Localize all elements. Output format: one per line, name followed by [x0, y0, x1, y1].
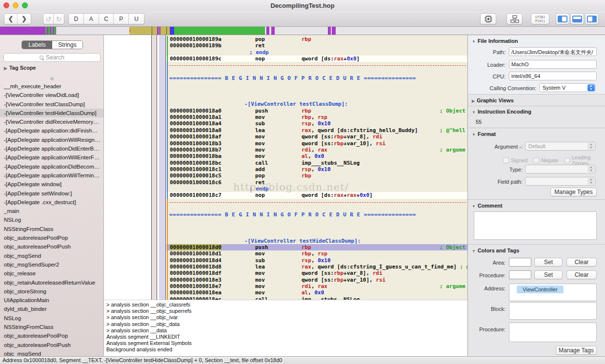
symbol-item[interactable]: UIApplicationMain: [0, 296, 103, 305]
procedure-banner-row[interactable]: =============== B E G I N N I N G O F P …: [166, 75, 467, 81]
blank-row[interactable]: [166, 88, 467, 95]
back-button[interactable]: ❮: [4, 14, 18, 24]
tag-scope-disclosure[interactable]: ▶Tag Scope: [4, 65, 36, 71]
asm-row[interactable]: 00000001000018c7nopqword [ds:rax+rax+0x0…: [166, 192, 467, 198]
viewcontroller-tag[interactable]: ViewController: [517, 286, 564, 293]
minimap-segment[interactable]: [174, 27, 265, 35]
asm-row[interactable]: 00000001000018d1movrbp, rsp: [166, 250, 467, 257]
cpu-field[interactable]: intel/x86_64: [509, 72, 597, 80]
search-input[interactable]: Search: [3, 53, 101, 62]
symbol-item[interactable]: objc_storeStrong: [0, 287, 103, 296]
symbol-item[interactable]: objc_autoreleasePoolPop: [0, 233, 103, 242]
tab-labels[interactable]: Labels: [22, 41, 52, 49]
procedure-clear-button[interactable]: Clear: [566, 270, 597, 279]
minimap-segment[interactable]: [266, 27, 269, 35]
symbol-item[interactable]: __mh_execute_header: [0, 82, 103, 91]
symbol-item[interactable]: -[ViewController testClassDump]: [0, 100, 103, 109]
pseudocode-button[interactable]: if(b) f(x);: [531, 13, 549, 24]
symbol-item[interactable]: -[AppDelegate application:didFinish…: [0, 126, 103, 135]
asm-row[interactable]: 000000010000189cnopqword [ds:rax+0x0]: [166, 56, 467, 62]
asm-row[interactable]: 00000001000018c1addrsp, 0x10: [166, 166, 467, 172]
symbol-item[interactable]: NSStringFromClass: [0, 225, 103, 233]
segment-button-d[interactable]: D: [69, 14, 84, 24]
splitter-knob[interactable]: [50, 77, 54, 80]
procedure-separator-row[interactable]: [166, 199, 467, 205]
undo-button[interactable]: ↺: [43, 14, 54, 24]
segment-button-p[interactable]: P: [114, 14, 129, 24]
procedure-separator-row[interactable]: [166, 62, 467, 68]
tab-strings[interactable]: Strings: [52, 41, 82, 49]
manage-tags-button[interactable]: Manage Tags: [556, 346, 597, 355]
asm-row[interactable]: 00000001000018d0pushrbp; Object: [166, 244, 467, 250]
asm-row[interactable]: 00000001000018a1movrbp, rsp: [166, 114, 467, 120]
procedure-banner-row[interactable]: =============== B E G I N N I N G O F P …: [166, 211, 467, 218]
symbol-item[interactable]: dyld_stub_binder: [0, 305, 103, 313]
blank-row[interactable]: [166, 231, 467, 237]
asm-row[interactable]: 00000001000018a8learax, qword [ds:cfstri…: [166, 127, 467, 134]
segment-button-u[interactable]: U: [129, 14, 144, 24]
symbol-item[interactable]: -[ViewController viewDidLoad]: [0, 91, 103, 99]
comment-header[interactable]: ▼Comment: [472, 203, 503, 209]
asm-row[interactable]: 00000001000018c5poprbp: [166, 172, 467, 179]
symbol-item[interactable]: objc_autoreleasePoolPush: [0, 341, 103, 349]
graphic-views-header[interactable]: ▶Graphic Views: [472, 97, 514, 103]
asm-row[interactable]: 00000001000018d8learax, qword [ds:cfstri…: [166, 264, 467, 270]
symbol-item[interactable]: -[AppDelegate applicationWillResign…: [0, 135, 103, 144]
segment-minimap[interactable]: ↓: [0, 27, 605, 35]
file-information-header[interactable]: ▼File Information: [472, 38, 518, 44]
block-tags-box[interactable]: [509, 302, 597, 320]
signed-checkbox[interactable]: Signed: [503, 154, 527, 166]
symbol-item[interactable]: NSStringFromClass: [0, 323, 103, 331]
toggle-right-pane-button[interactable]: [585, 13, 599, 24]
minimap-segment[interactable]: [170, 27, 174, 35]
minimap-segment[interactable]: [275, 27, 328, 35]
minimap-segment[interactable]: [56, 27, 129, 35]
symbol-item[interactable]: objc_autoreleasePoolPush: [0, 242, 103, 251]
colors-tags-header[interactable]: ▼Colors and Tags: [472, 248, 519, 253]
comment-textarea[interactable]: [474, 211, 597, 240]
symbol-item[interactable]: -[AppDelegate applicationDidEnterB…: [0, 144, 103, 153]
symbol-item[interactable]: NSLog: [0, 314, 103, 323]
redo-button[interactable]: ↻: [54, 14, 64, 24]
blank-row[interactable]: [166, 218, 467, 225]
asm-row[interactable]: 00000001000018a4subrsp, 0x10: [166, 120, 467, 127]
endp-row[interactable]: ; endp: [166, 49, 467, 56]
symbol-item[interactable]: _main: [0, 207, 103, 215]
asm-row[interactable]: 00000001000018b7movrdi, rax; argume: [166, 147, 467, 153]
symbol-item[interactable]: objc_release: [0, 269, 103, 278]
procedure-label-row[interactable]: -[ViewController testClassDump]:: [166, 101, 467, 107]
procedure-tags-box[interactable]: [509, 323, 597, 342]
segment-button-c[interactable]: C: [99, 14, 114, 24]
asm-row[interactable]: 000000010000189bret: [166, 42, 467, 49]
calling-convention-select[interactable]: System V▲▼: [539, 83, 596, 92]
symbol-item[interactable]: objc_retainAutoreleasedReturnValue: [0, 278, 103, 287]
asm-row[interactable]: 00000001000018bamoval, 0x0: [166, 153, 467, 159]
asm-row[interactable]: 00000001000018d4subrsp, 0x10: [166, 257, 467, 264]
minimap-segment[interactable]: [328, 27, 331, 35]
procedure-label-row[interactable]: -[ViewController testHideClassDump]:: [166, 238, 467, 244]
type-select[interactable]: ▲▼: [525, 165, 596, 173]
symbol-item[interactable]: -[AppDelegate applicationWillTermin…: [0, 171, 103, 180]
procedure-set-button[interactable]: Set: [534, 270, 563, 279]
symbol-item[interactable]: -[AppDelegate setWindow:]: [0, 189, 103, 198]
symbol-item[interactable]: -[AppDelegate .cxx_destruct]: [0, 198, 103, 207]
asm-row[interactable]: 00000001000018eamoval, 0x0: [166, 289, 467, 296]
minimap-segment[interactable]: [129, 27, 157, 35]
field-path-select[interactable]: ▲▼: [525, 177, 596, 186]
symbol-item[interactable]: -[ViewController didReceiveMemory…: [0, 117, 103, 126]
minimap-segment[interactable]: [0, 27, 45, 35]
area-set-button[interactable]: Set: [534, 258, 563, 267]
blank-row[interactable]: [166, 225, 467, 231]
blank-row[interactable]: [166, 81, 467, 88]
symbol-item[interactable]: -[AppDelegate applicationDidBecom…: [0, 162, 103, 171]
cfg-view-button[interactable]: [506, 13, 523, 24]
minimap-segment[interactable]: [45, 27, 56, 35]
area-color-well[interactable]: [509, 258, 531, 267]
segment-button-a[interactable]: A: [84, 14, 99, 24]
procedure-color-well[interactable]: [509, 270, 531, 279]
symbol-item[interactable]: NSLog: [0, 215, 103, 224]
minimap-segment[interactable]: [271, 27, 275, 35]
instruction-encoding-header[interactable]: ▼Instruction Encoding: [472, 109, 531, 115]
toggle-bottom-pane-button[interactable]: [570, 13, 584, 24]
asm-row[interactable]: 00000001000018bccallimp___stubs__NSLog: [166, 160, 467, 166]
